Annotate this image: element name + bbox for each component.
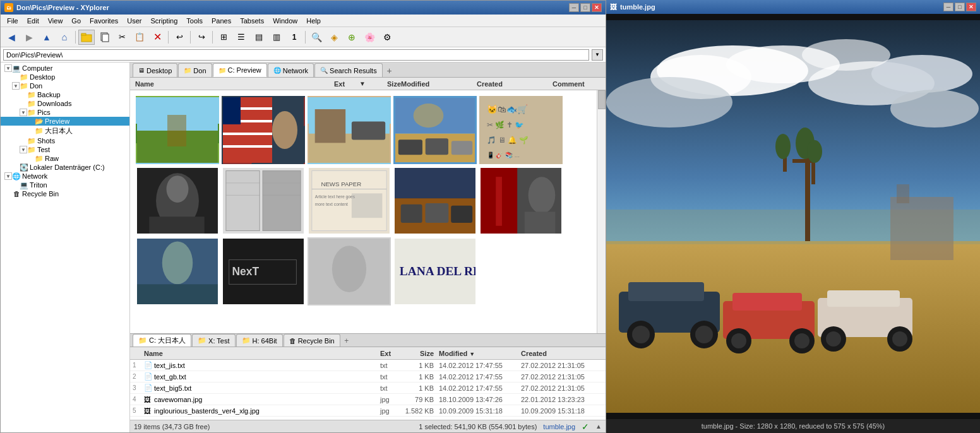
col-mod-header[interactable]: Modified — [401, 80, 477, 88]
file-row-5[interactable]: 5 🖼 inglourious_basterds_ver4_xlg.jpg jp… — [130, 405, 606, 417]
back-button[interactable]: ◀ — [3, 30, 20, 45]
sidebar-item-drive-c[interactable]: ▶ 💽 Lokaler Datenträger (C:) — [1, 163, 129, 172]
view-dual-button[interactable]: ⊞ — [215, 30, 232, 45]
preview-maximize-button[interactable]: □ — [955, 3, 965, 11]
col-fsize-header[interactable]: Size — [404, 350, 439, 357]
menu-user[interactable]: User — [123, 16, 145, 26]
sidebar-item-pics[interactable]: ▼ 📁 Pics — [1, 108, 129, 117]
preview-close-button[interactable]: ✕ — [966, 3, 976, 11]
expand-icon-computer[interactable]: ▼ — [4, 64, 12, 72]
menu-file[interactable]: File — [3, 16, 22, 26]
undo-button[interactable]: ↩ — [171, 30, 188, 45]
sidebar-item-don[interactable]: ▼ 📁 Don — [1, 81, 129, 90]
thumb-item-2[interactable] — [222, 96, 305, 164]
col-created-header[interactable]: Created — [477, 80, 553, 88]
pics-button[interactable]: 🌸 — [361, 30, 378, 45]
thumb-item-12[interactable]: NexT — [222, 237, 305, 305]
bottom-tab-64bit[interactable]: 📁 H: 64Bit — [236, 334, 283, 347]
sidebar-item-triton[interactable]: ▶ 💻 Triton — [1, 181, 129, 189]
cut-button[interactable]: ✂ — [114, 30, 130, 45]
thumb-item-9[interactable] — [393, 167, 477, 235]
menu-tools[interactable]: Tools — [182, 16, 206, 26]
expand-icon-don[interactable]: ▼ — [12, 82, 20, 90]
thumb-item-6[interactable] — [136, 167, 219, 235]
expand-icon-network[interactable]: ▼ — [4, 172, 12, 180]
sidebar-item-raw[interactable]: ▶ 📁 Raw — [1, 154, 129, 163]
address-dropdown[interactable]: ▼ — [592, 49, 603, 61]
sidebar-item-shots[interactable]: ▶ 📁 Shots — [1, 136, 129, 145]
bottom-tab-recycle[interactable]: 🗑 Recycle Bin — [284, 334, 340, 347]
thumb-item-11[interactable] — [136, 237, 219, 305]
file-row-3[interactable]: 3 📄 text_big5.txt txt 1 KB 14.02.2012 17… — [130, 383, 606, 394]
tab-add-button[interactable]: + — [383, 64, 396, 77]
thumb-item-3[interactable] — [308, 96, 391, 164]
delete-button[interactable]: ✕ — [149, 30, 165, 45]
col-fcreated-header[interactable]: Created — [521, 350, 603, 357]
sync-button[interactable]: ⊕ — [344, 30, 360, 45]
new-folder-button[interactable] — [78, 30, 95, 45]
sidebar-item-downloads[interactable]: ▶ 📁 Downloads — [1, 99, 129, 108]
col-filter-icon[interactable]: ▼ — [359, 80, 369, 87]
minimize-button[interactable]: ─ — [569, 3, 579, 12]
settings-button[interactable]: ⚙ — [379, 30, 395, 45]
sidebar-item-network[interactable]: ▼ 🌐 Network — [1, 172, 129, 181]
sidebar-item-japan[interactable]: ▶ 📁 大日本人 — [1, 126, 129, 136]
thumb-item-13[interactable] — [308, 237, 391, 305]
col-fmod-header[interactable]: Modified ▼ — [439, 350, 521, 357]
bottom-tab-add-button[interactable]: + — [341, 335, 352, 347]
maximize-button[interactable]: □ — [580, 3, 590, 12]
col-size-header[interactable]: Size — [369, 80, 401, 88]
menu-edit[interactable]: Edit — [23, 16, 43, 26]
forward-button[interactable]: ▶ — [21, 30, 37, 45]
sidebar-item-preview[interactable]: ▶ 📂 Preview — [1, 117, 129, 126]
copy-button[interactable] — [96, 30, 112, 45]
sidebar-item-computer[interactable]: ▼ 💻 Computer — [1, 64, 129, 73]
menu-view[interactable]: View — [44, 16, 67, 26]
up-button[interactable]: ▲ — [39, 30, 55, 45]
thumb-item-1[interactable] — [136, 96, 219, 164]
menu-window[interactable]: Window — [269, 16, 301, 26]
redo-button[interactable]: ↪ — [193, 30, 210, 45]
preview-minimize-button[interactable]: ─ — [943, 3, 953, 11]
sidebar-item-desktop[interactable]: ▶ 📁 Desktop — [1, 73, 129, 81]
menu-go[interactable]: Go — [68, 16, 85, 26]
thumb-item-4[interactable] — [393, 96, 477, 164]
expand-icon-test[interactable]: ▼ — [20, 146, 27, 153]
close-button[interactable]: ✕ — [592, 3, 602, 12]
sidebar-item-recycle[interactable]: ▶ 🗑 Recycle Bin — [1, 189, 129, 198]
address-input[interactable] — [3, 49, 589, 61]
col-comment-header[interactable]: Comment — [553, 80, 603, 88]
search-button[interactable]: 🔍 — [308, 30, 325, 45]
col-filename-header[interactable]: Name — [144, 350, 380, 357]
menu-scripting[interactable]: Scripting — [147, 16, 182, 26]
paste-button[interactable]: 📋 — [131, 30, 148, 45]
col-fext-header[interactable]: Ext — [380, 350, 404, 357]
tab-preview[interactable]: 📁 C: Preview — [213, 63, 267, 77]
file-row-1[interactable]: 1 📄 text_jis.txt txt 1 KB 14.02.2012 17:… — [130, 360, 606, 371]
sidebar-item-backup[interactable]: ▶ 📁 Backup — [1, 90, 129, 99]
view-num-button[interactable]: 1 — [286, 30, 302, 45]
bottom-tab-test[interactable]: 📁 X: Test — [192, 334, 235, 347]
menu-favorites[interactable]: Favorites — [86, 16, 122, 26]
home-button[interactable]: ⌂ — [56, 30, 73, 45]
sidebar-item-test[interactable]: ▼ 📁 Test — [1, 145, 129, 154]
expand-icon-pics[interactable]: ▼ — [20, 109, 27, 116]
thumb-item-7[interactable] — [222, 167, 305, 235]
thumb-item-14[interactable]: LANA DEL REY — [393, 237, 477, 305]
tab-network[interactable]: 🌐 Network — [268, 63, 314, 77]
thumb-item-8[interactable]: NEWS PAPER Article text here goes more t… — [308, 167, 391, 235]
bottom-tab-japan[interactable]: 📁 C: 大日本人 — [133, 334, 191, 347]
col-name-header[interactable]: Name — [133, 80, 334, 88]
menu-tabsets[interactable]: Tabsets — [236, 16, 268, 26]
tab-desktop[interactable]: 🖥 Desktop — [133, 63, 177, 77]
view-list-button[interactable]: ☰ — [233, 30, 249, 45]
menu-panes[interactable]: Panes — [208, 16, 235, 26]
view-small-button[interactable]: ▥ — [268, 30, 285, 45]
cube-button[interactable]: ◈ — [326, 30, 342, 45]
thumb-item-10[interactable] — [479, 167, 563, 235]
file-row-4[interactable]: 4 🖼 cavewoman.jpg jpg 79 KB 18.10.2009 1… — [130, 394, 606, 405]
tab-don[interactable]: 📁 Don — [178, 63, 212, 77]
col-ext-header[interactable]: Ext — [334, 80, 359, 88]
tab-search[interactable]: 🔍 Search Results — [314, 63, 383, 77]
thumb-item-5[interactable]: 🐱🛍🐟🛒 ✂ 🌿 ✝ 🐦 🎵 🖥 🔔 🌱 📱 🎸 📚 ... — [479, 96, 563, 164]
